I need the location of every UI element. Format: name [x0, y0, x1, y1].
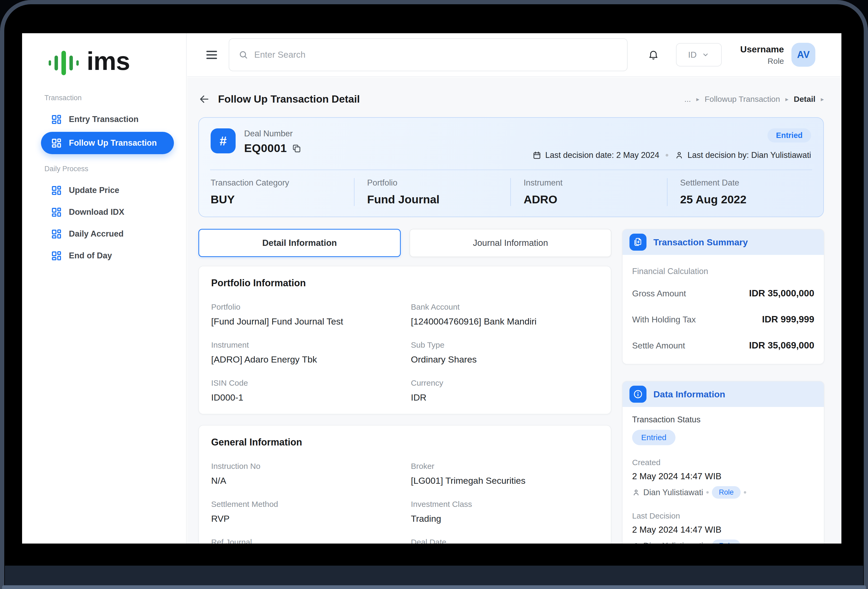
- dot-separator: [706, 491, 709, 493]
- sidebar-section-daily-process: Daily Process: [44, 165, 186, 173]
- sidebar-item-label: Daily Accrued: [69, 229, 124, 239]
- sidebar: ims Transaction Entry Transaction Follow…: [22, 33, 187, 543]
- sidebar-item-label: Download IDX: [69, 207, 124, 217]
- field-instrument: Instrument [ADRO] Adaro Energy Tbk: [211, 340, 411, 365]
- status-badge: Entried: [768, 128, 811, 143]
- deal-number-label: Deal Number: [244, 129, 301, 138]
- stat-label: Portfolio: [367, 178, 511, 188]
- notification-bell-icon[interactable]: [648, 49, 659, 60]
- data-information-panel: Data Information Transaction Status Entr…: [622, 381, 824, 543]
- person-icon: [632, 489, 640, 496]
- breadcrumb-ellipsis[interactable]: ...: [684, 95, 691, 104]
- sidebar-item-end-of-day[interactable]: End of Day: [22, 245, 186, 267]
- chevron-down-icon: [701, 51, 710, 59]
- person-icon: [632, 542, 640, 544]
- field-bank-account: Bank Account [1240004760916] Bank Mandir…: [411, 302, 599, 327]
- username: Username: [740, 44, 784, 54]
- info-icon: [629, 386, 647, 403]
- last-decision-by: Last decision by: Dian Yulistiawati: [688, 150, 811, 160]
- last-decision-label: Last Decision: [632, 511, 814, 520]
- language-selector[interactable]: ID: [676, 43, 722, 66]
- grid-icon: [51, 137, 62, 149]
- back-arrow-icon[interactable]: [198, 93, 210, 105]
- created-label: Created: [632, 458, 814, 467]
- main-content: Follow Up Transaction Detail ... ▸ Follo…: [187, 77, 841, 543]
- field-settlement-method: Settlement Method RVP: [211, 500, 411, 524]
- field-instruction-no: Instruction No N/A: [211, 462, 411, 486]
- stat-instrument: Instrument ADRO: [510, 178, 667, 206]
- stat-label: Settlement Date: [680, 178, 824, 188]
- transaction-status-badge: Entried: [632, 430, 676, 445]
- stat-transaction-category: Transaction Category BUY: [199, 178, 354, 206]
- sidebar-item-entry-transaction[interactable]: Entry Transaction: [22, 109, 186, 130]
- general-information-card: General Information Instruction No N/A B…: [198, 425, 611, 543]
- sidebar-item-label: End of Day: [69, 251, 112, 261]
- sidebar-item-daily-accrued[interactable]: Daily Accrued: [22, 223, 186, 245]
- person-icon: [675, 151, 684, 160]
- language-value: ID: [688, 50, 697, 60]
- device-chin: [5, 565, 863, 586]
- sidebar-section-transaction: Transaction: [44, 94, 186, 102]
- created-by: Dian Yulistiawati: [643, 488, 703, 497]
- transaction-status-label: Transaction Status: [632, 415, 814, 424]
- breadcrumb: ... ▸ Followup Transaction ▸ Detail ▸: [684, 95, 824, 104]
- sidebar-item-label: Update Price: [69, 186, 120, 195]
- hash-icon: #: [211, 128, 236, 153]
- search-icon: [238, 50, 248, 60]
- sidebar-item-update-price[interactable]: Update Price: [22, 180, 186, 201]
- panel-title: Data Information: [653, 389, 725, 399]
- top-header: ID Username Role AV: [187, 33, 841, 77]
- avatar[interactable]: AV: [791, 43, 815, 67]
- breadcrumb-followup-transaction[interactable]: Followup Transaction: [705, 95, 780, 104]
- device-base-edge: [2, 585, 866, 589]
- card-title: General Information: [211, 437, 599, 448]
- tab-journal-information[interactable]: Journal Information: [409, 229, 611, 257]
- page-title: Follow Up Transaction Detail: [218, 93, 360, 105]
- summary-row-settle-amount: Settle Amount IDR 35,069,000: [632, 340, 814, 350]
- page-title-row: Follow Up Transaction Detail ... ▸ Follo…: [198, 88, 824, 110]
- grid-icon: [51, 250, 62, 261]
- field-broker: Broker [LG001] Trimegah Securities: [411, 462, 599, 486]
- transaction-summary-panel: Transaction Summary Financial Calculatio…: [622, 229, 824, 364]
- last-decision-by-name: Dian Yulistiawati: [643, 541, 703, 544]
- deal-summary-card: # Deal Number EQ0001: [198, 117, 824, 217]
- field-investment-class: Investment Class Trading: [411, 500, 599, 524]
- stat-value: Fund Journal: [367, 193, 511, 206]
- stat-label: Transaction Category: [211, 178, 354, 188]
- grid-icon: [51, 206, 62, 218]
- search-input[interactable]: [254, 50, 618, 60]
- card-title: Portfolio Information: [211, 277, 599, 289]
- field-ref-journal: Ref Journal N/A: [211, 538, 411, 543]
- field-currency: Currency IDR: [411, 378, 599, 403]
- created-datetime: 2 May 2024 14:47 WIB: [632, 471, 814, 482]
- tab-detail-information[interactable]: Detail Information: [198, 229, 401, 257]
- menu-toggle-icon[interactable]: [207, 51, 217, 59]
- stat-label: Instrument: [524, 178, 667, 188]
- section-label: Financial Calculation: [632, 267, 814, 276]
- stat-portfolio: Portfolio Fund Journal: [354, 178, 511, 206]
- stat-settlement-date: Settlement Date 25 Aug 2022: [667, 178, 824, 206]
- breadcrumb-separator: ▸: [785, 96, 788, 103]
- sidebar-item-label: Entry Transaction: [69, 115, 139, 124]
- last-decision-datetime: 2 May 2024 14:47 WIB: [632, 525, 814, 535]
- copy-icon[interactable]: [292, 144, 301, 153]
- breadcrumb-separator: ▸: [821, 96, 824, 103]
- sidebar-item-follow-up-transaction[interactable]: Follow Up Transaction: [41, 132, 174, 154]
- panel-title: Transaction Summary: [653, 237, 748, 247]
- breadcrumb-detail: Detail: [794, 95, 816, 104]
- role-badge: Role: [712, 486, 741, 499]
- role-badge: Role: [712, 540, 741, 543]
- document-plus-icon: [629, 234, 647, 251]
- sidebar-item-download-idx[interactable]: Download IDX: [22, 201, 186, 223]
- summary-row-gross-amount: Gross Amount IDR 35,000,000: [632, 288, 814, 299]
- grid-icon: [51, 185, 62, 196]
- global-search[interactable]: [229, 38, 627, 71]
- logo-soundwave-icon: [49, 50, 79, 76]
- summary-row-withholding-tax: With Holding Tax IDR 999,999: [632, 314, 814, 324]
- field-deal-date: Deal Date 25 Aug 2022: [411, 538, 599, 543]
- dot-separator: [744, 491, 746, 493]
- stat-value: ADRO: [524, 193, 667, 206]
- stat-value: 25 Aug 2022: [680, 193, 824, 206]
- portfolio-information-card: Portfolio Information Portfolio [Fund Jo…: [198, 266, 611, 414]
- deal-number-value: EQ0001: [244, 142, 287, 155]
